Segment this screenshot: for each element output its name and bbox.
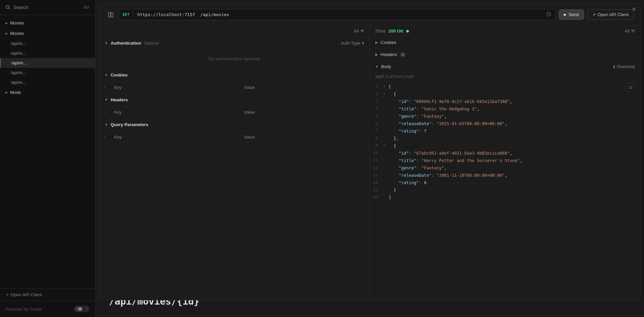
request-filter-button[interactable]: All (354, 29, 364, 34)
code-line: 4 "title": "Sonic the Hedgehog 3", (370, 105, 641, 113)
line-number: 4 (370, 106, 383, 112)
external-link-icon: ↗ (5, 293, 9, 297)
line-toggle[interactable]: ▾ (383, 143, 389, 148)
line-number: 7 (370, 128, 383, 134)
body-header-left: ▼ Body (375, 64, 391, 69)
code-line: 3 "id": "89909cf1-9ef0-4c27-ab16-643a11b… (370, 98, 641, 105)
svg-rect-3 (111, 12, 113, 17)
close-button[interactable]: × (632, 5, 636, 13)
nav-group-mode: ▶ Mode (0, 87, 95, 98)
line-content: } (389, 187, 641, 194)
line-number: 14 (370, 179, 383, 186)
line-content: { (389, 143, 641, 149)
method-badge: GET (119, 10, 133, 19)
send-label: Send (569, 12, 579, 17)
chevron-down-icon5: ▼ (375, 65, 379, 68)
auth-title: Authentication (111, 41, 141, 46)
query-value[interactable]: Value (240, 132, 369, 142)
cookies-value[interactable]: Value (240, 82, 369, 93)
code-line: 2▾ { (370, 91, 641, 98)
download-button[interactable]: ⬇ Download (612, 64, 635, 69)
sidebar-item-api-2[interactable]: /api/m... (0, 48, 95, 58)
query-params-title: Query Parameters (111, 122, 148, 127)
query-params-header[interactable]: ▼ Query Parameters (99, 118, 370, 131)
line-number: 10 (370, 150, 383, 156)
line-number: 2 (370, 91, 383, 97)
line-toggle[interactable]: ▾ (383, 91, 389, 96)
chevron-down-icon4: ▼ (105, 123, 108, 126)
search-label: Search (13, 5, 28, 10)
open-api-client-sidebar[interactable]: ↗ Open API Client (0, 288, 95, 301)
code-line: 5 "genre": "Fantasy", (370, 113, 641, 120)
resp-cookies-title: Cookies (381, 40, 396, 45)
url-input[interactable] (133, 9, 542, 20)
send-button[interactable]: ▶ Send (559, 9, 584, 20)
open-api-client-button[interactable]: ↗ Open API Client (587, 9, 634, 20)
line-toggle[interactable]: ▾ (383, 84, 389, 89)
filter-icon (360, 29, 364, 33)
sidebar-item-api-3[interactable]: /api/m... (0, 58, 95, 68)
sidebar-item-api-5[interactable]: /api/m... (0, 77, 95, 87)
sidebar: Search ⌘K ▶ Movies ▶ Movies /api/m... /a… (0, 0, 96, 317)
theme-toggle[interactable]: ☽ (73, 306, 90, 312)
code-line: 1▾[ (370, 83, 641, 91)
line-number: 12 (370, 165, 383, 171)
headers-section-header[interactable]: ▼ Headers (99, 93, 370, 106)
headers-value[interactable]: Value (240, 107, 369, 117)
auth-empty-msg: No authentication selected (99, 50, 370, 68)
copy-button[interactable]: ⧉ (626, 83, 635, 92)
url-input-group: GET (119, 9, 555, 20)
auth-section-header[interactable]: ▼ Authentication Optional Auth Type ▾ (99, 37, 370, 50)
resp-body-title: Body (381, 64, 391, 69)
query-key[interactable]: Key (110, 132, 240, 142)
line-number: 6 (370, 120, 383, 127)
cookies-key[interactable]: Key (110, 82, 240, 93)
filter-label: All (354, 29, 359, 34)
line-content: "genre": "Fantasy", (389, 165, 641, 171)
response-filter-button[interactable]: All (625, 29, 635, 34)
cookies-section-header[interactable]: ▼ Cookies (99, 68, 370, 82)
filter-icon2 (631, 29, 635, 33)
line-content: "id": "89909cf1-9ef0-4c27-ab16-643a11ba7… (389, 98, 641, 105)
sidebar-item-api-4[interactable]: /api/m... (0, 68, 95, 77)
line-content: "genre": "Fantasy", (389, 113, 641, 120)
query-params-section: ▼ Query Parameters ✓ Key Value (99, 118, 370, 143)
line-content: "rating": 7 (389, 128, 641, 135)
sidebar-item-api-1[interactable]: /api/m... (0, 39, 95, 48)
line-content: "title": "Sonic the Hedgehog 3", (389, 106, 641, 112)
split-panel: All ▼ Authentication Optional (99, 26, 640, 300)
clock-button[interactable] (545, 10, 552, 19)
headers-key[interactable]: Key (110, 107, 240, 117)
code-line: 16] (370, 194, 641, 201)
line-content: "id": "67abc951-adef-4921-b5e3-9d83ec1ca… (389, 150, 641, 157)
auth-optional: Optional (144, 41, 159, 46)
headers-title: Headers (111, 97, 128, 102)
code-line: 12 "genre": "Fantasy", (370, 164, 641, 172)
line-number: 11 (370, 157, 383, 164)
clock-icon (546, 12, 551, 16)
headers-check: ✓ (99, 107, 110, 118)
response-status: 20ms 200 OK (375, 29, 409, 34)
code-line: 9▾ { (370, 142, 641, 150)
search-bar[interactable]: Search ⌘K (0, 0, 95, 15)
content-type-badge: application/json (370, 73, 641, 81)
code-line: 11 "title": "Harry Potter and the Sorcer… (370, 157, 641, 164)
request-toolbar: All (99, 26, 370, 37)
nav-group-header-mode[interactable]: ▶ Mode (0, 87, 95, 98)
code-line: 14 "rating": 8 (370, 179, 641, 187)
nav-group-header-movies2[interactable]: ▶ Movies (0, 28, 95, 39)
line-number: 13 (370, 172, 383, 178)
auth-type-button[interactable]: Auth Type ▾ (341, 41, 364, 46)
svg-rect-2 (108, 12, 110, 17)
resp-cookies-header[interactable]: ▶ Cookies (370, 37, 641, 48)
cookies-table: ✓ Key Value (99, 82, 370, 93)
toggle-switch[interactable] (75, 307, 83, 311)
headers-table: ✓ Key Value (99, 106, 370, 118)
open-client-label: Open API Client (598, 12, 629, 17)
resp-headers-header[interactable]: ▶ Headers 3 (370, 49, 641, 60)
nav-group-header-movies1[interactable]: ▶ Movies (0, 18, 95, 28)
nav-group-movies2: ▶ Movies /api/m... /api/m... /api/m... /… (0, 28, 95, 87)
request-panel: All ▼ Authentication Optional (99, 26, 370, 300)
cookies-title: Cookies (111, 72, 128, 77)
panel-toggle-button[interactable] (106, 10, 115, 19)
